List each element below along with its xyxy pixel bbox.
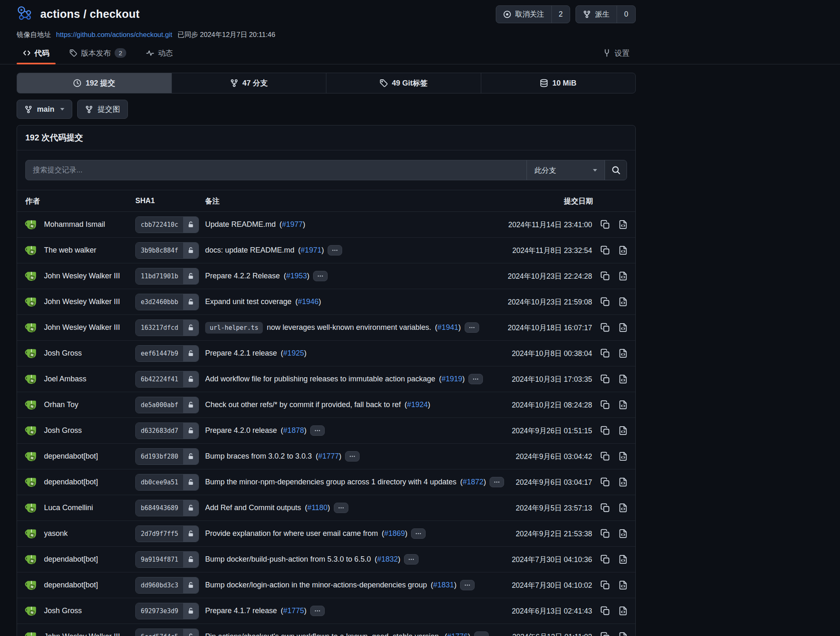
- commit-message-link[interactable]: Bump docker/build-push-action from 5.3.0…: [205, 555, 371, 564]
- commit-sha-badge[interactable]: cbb722410c: [135, 216, 199, 233]
- commit-sha-badge[interactable]: b684943689: [135, 500, 199, 516]
- watchers-count[interactable]: 2: [551, 6, 570, 23]
- issue-link[interactable]: #1775: [283, 607, 304, 615]
- commit-message-link[interactable]: now leverages well-known environment var…: [267, 323, 431, 332]
- commit-graph-button[interactable]: 提交图: [77, 100, 128, 119]
- commit-message-link[interactable]: Prepare 4.2.1 release: [205, 349, 277, 358]
- browse-source-icon[interactable]: [618, 606, 628, 616]
- expand-commit-button[interactable]: [460, 580, 475, 590]
- commit-sha-badge[interactable]: 6d193bf280: [135, 448, 199, 465]
- tab-activity[interactable]: 动态: [140, 42, 179, 64]
- browse-source-icon[interactable]: [618, 632, 628, 636]
- browse-source-icon[interactable]: [618, 529, 628, 538]
- browse-source-icon[interactable]: [618, 477, 628, 487]
- commit-author-name[interactable]: John Wesley Walker III: [44, 323, 120, 332]
- commit-author-name[interactable]: dependabot[bot]: [44, 555, 98, 564]
- expand-commit-button[interactable]: [345, 451, 360, 462]
- copy-sha-icon[interactable]: [600, 632, 610, 636]
- commit-author-name[interactable]: dependabot[bot]: [44, 478, 98, 486]
- browse-source-icon[interactable]: [618, 374, 628, 384]
- commit-sha-badge[interactable]: 6b42224f41: [135, 371, 199, 388]
- commit-message-link[interactable]: Add workflow file for publishing release…: [205, 375, 435, 383]
- browse-source-icon[interactable]: [618, 555, 628, 564]
- commit-message-link[interactable]: Provide explanation for where user email…: [205, 529, 378, 538]
- commit-sha-badge[interactable]: 163217dfcd: [135, 319, 199, 336]
- copy-sha-icon[interactable]: [600, 246, 610, 255]
- commit-author-name[interactable]: dependabot[bot]: [44, 581, 98, 589]
- commit-author-name[interactable]: The web walker: [44, 246, 96, 255]
- tab-releases[interactable]: 版本发布 2: [63, 42, 132, 64]
- browse-source-icon[interactable]: [618, 452, 628, 461]
- issue-link[interactable]: #1977: [282, 220, 303, 228]
- stat-branches[interactable]: 47 分支: [171, 73, 326, 93]
- commit-sha-badge[interactable]: de5a000abf: [135, 397, 199, 413]
- issue-link[interactable]: #1878: [283, 426, 304, 435]
- issue-link[interactable]: #1925: [283, 349, 304, 357]
- expand-commit-button[interactable]: [474, 631, 489, 636]
- issue-link[interactable]: #1941: [438, 323, 458, 332]
- stat-commits[interactable]: 192 提交: [17, 73, 171, 93]
- commit-sha-badge[interactable]: 2d7d9f7ff5: [135, 525, 199, 542]
- mirror-url-link[interactable]: https://github.com/actions/checkout.git: [56, 31, 172, 38]
- commit-author-name[interactable]: John Wesley Walker III: [44, 632, 120, 636]
- commit-sha-badge[interactable]: 9a9194f871: [135, 551, 199, 568]
- commit-author-name[interactable]: Josh Gross: [44, 349, 82, 358]
- issue-link[interactable]: #1776: [447, 632, 468, 636]
- issue-link[interactable]: #1946: [298, 297, 318, 306]
- search-button[interactable]: [605, 160, 627, 180]
- commit-sha-badge[interactable]: 3b9b8c884f: [135, 242, 199, 259]
- commit-message-link[interactable]: Update README.md: [205, 220, 276, 229]
- commit-sha-badge[interactable]: eef61447b9: [135, 345, 199, 362]
- fork-button[interactable]: 派生: [576, 6, 617, 23]
- copy-sha-icon[interactable]: [600, 452, 610, 461]
- browse-source-icon[interactable]: [618, 246, 628, 255]
- issue-link[interactable]: #1777: [318, 452, 339, 460]
- issue-link[interactable]: #1180: [307, 503, 328, 512]
- expand-commit-button[interactable]: [313, 271, 328, 281]
- copy-sha-icon[interactable]: [600, 555, 610, 564]
- copy-sha-icon[interactable]: [600, 220, 610, 229]
- copy-sha-icon[interactable]: [600, 349, 610, 358]
- issue-link[interactable]: #1872: [463, 478, 483, 486]
- copy-sha-icon[interactable]: [600, 580, 610, 590]
- commit-author-name[interactable]: Josh Gross: [44, 607, 82, 615]
- expand-commit-button[interactable]: [468, 374, 483, 384]
- copy-sha-icon[interactable]: [600, 426, 610, 435]
- copy-sha-icon[interactable]: [600, 400, 610, 410]
- browse-source-icon[interactable]: [618, 426, 628, 435]
- commit-message-link[interactable]: Prepare 4.2.2 Release: [205, 272, 280, 280]
- browse-source-icon[interactable]: [618, 220, 628, 229]
- copy-sha-icon[interactable]: [600, 323, 610, 332]
- copy-sha-icon[interactable]: [600, 374, 610, 384]
- commit-message-link[interactable]: Pin actions/checkout's own workflows to …: [205, 632, 441, 636]
- browse-source-icon[interactable]: [618, 580, 628, 590]
- commit-sha-badge[interactable]: dd960bd3c3: [135, 577, 199, 594]
- expand-commit-button[interactable]: [490, 477, 504, 487]
- commit-author-name[interactable]: Orhan Toy: [44, 400, 78, 409]
- unwatch-button[interactable]: 取消关注: [496, 6, 551, 23]
- issue-link[interactable]: #1869: [384, 529, 405, 538]
- commit-message-link[interactable]: Bump the minor-npm-dependencies group ac…: [205, 478, 456, 486]
- expand-commit-button[interactable]: [310, 606, 325, 616]
- commit-message-link[interactable]: Bump braces from 3.0.2 to 3.0.3: [205, 452, 312, 461]
- tab-code[interactable]: 代码: [17, 42, 56, 64]
- issue-link[interactable]: #1832: [377, 555, 398, 563]
- commit-author-name[interactable]: Luca Comellini: [44, 503, 93, 512]
- copy-sha-icon[interactable]: [600, 606, 610, 616]
- expand-commit-button[interactable]: [411, 528, 426, 539]
- commit-message-link[interactable]: Prepare 4.1.7 release: [205, 607, 277, 615]
- browse-source-icon[interactable]: [618, 349, 628, 358]
- repo-title[interactable]: actions / checkout: [40, 8, 140, 21]
- branch-filter-dropdown[interactable]: 此分支: [527, 160, 605, 180]
- tab-settings[interactable]: 设置: [597, 42, 636, 64]
- expand-commit-button[interactable]: [465, 322, 479, 333]
- commit-message-link[interactable]: Expand unit test coverage: [205, 297, 291, 306]
- stat-size[interactable]: 10 MiB: [481, 73, 636, 93]
- commit-author-name[interactable]: John Wesley Walker III: [44, 297, 120, 306]
- forks-count[interactable]: 0: [617, 6, 635, 23]
- browse-source-icon[interactable]: [618, 503, 628, 513]
- copy-sha-icon[interactable]: [600, 271, 610, 281]
- copy-sha-icon[interactable]: [600, 297, 610, 307]
- issue-link[interactable]: #1919: [441, 375, 462, 383]
- copy-sha-icon[interactable]: [600, 529, 610, 538]
